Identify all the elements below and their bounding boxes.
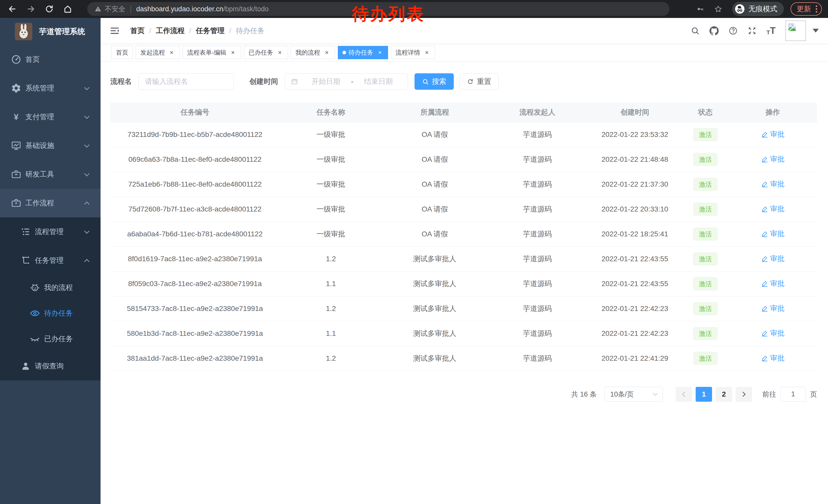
sidebar-item-10[interactable]: 已办任务 <box>0 326 100 352</box>
forward-icon[interactable] <box>25 3 36 15</box>
goto-label: 前往 <box>762 390 776 399</box>
tab-6[interactable]: 流程详情× <box>391 46 435 59</box>
goto-unit-label: 页 <box>810 390 817 399</box>
sidebar-item-0[interactable]: 首页 <box>0 45 100 74</box>
fullscreen-icon[interactable] <box>746 25 758 36</box>
process-name-label: 流程名 <box>110 77 132 86</box>
page-number-1[interactable]: 1 <box>696 387 712 402</box>
cell-process: OA 请假 <box>382 172 487 197</box>
sidebar-item-label: 首页 <box>26 55 40 64</box>
date-range-picker[interactable]: 开始日期 - 结束日期 <box>285 73 408 90</box>
table-row: 069c6a63-7b8a-11ec-8ef0-acde48001122一级审批… <box>110 147 817 172</box>
approve-button[interactable]: 审批 <box>761 304 785 313</box>
page-number-2[interactable]: 2 <box>716 387 732 402</box>
tab-0[interactable]: 首页 <box>111 46 133 59</box>
close-icon[interactable]: × <box>276 49 283 56</box>
goto-page-input[interactable] <box>780 387 806 402</box>
sidebar-item-9[interactable]: 待办任务 <box>0 301 100 326</box>
cell-starter: 芋道源码 <box>487 222 587 246</box>
approve-button[interactable]: 审批 <box>761 229 785 239</box>
approve-button[interactable]: 审批 <box>761 353 785 363</box>
sidebar-item-label: 工作流程 <box>26 198 54 208</box>
reset-button[interactable]: 重置 <box>459 73 499 90</box>
chevron-left-icon <box>682 392 687 397</box>
close-icon[interactable]: × <box>168 49 175 56</box>
sidebar-item-1[interactable]: 系统管理 <box>0 74 100 102</box>
status-badge: 激活 <box>693 153 717 166</box>
cell-id: 069c6a63-7b8a-11ec-8ef0-acde48001122 <box>110 147 280 172</box>
approve-button[interactable]: 审批 <box>761 130 785 139</box>
start-date-placeholder: 开始日期 <box>302 77 349 86</box>
reload-icon[interactable] <box>44 3 55 15</box>
help-icon[interactable] <box>728 25 739 36</box>
cell-id: 725a1eb6-7b88-11ec-8ef0-acde48001122 <box>110 172 280 197</box>
approve-label: 审批 <box>770 304 785 313</box>
breadcrumb-home[interactable]: 首页 <box>130 26 145 36</box>
pencil-icon <box>761 355 770 362</box>
cell-name: 一级审批 <box>280 197 382 222</box>
pencil-icon <box>761 205 770 213</box>
approve-button[interactable]: 审批 <box>761 154 785 164</box>
cell-created: 2022-01-22 23:53:32 <box>587 122 682 147</box>
cell-action: 审批 <box>729 321 817 346</box>
sidebar: 芋道管理系统 首页系统管理¥支付管理基础设施研发工具工作流程流程管理任务管理我的… <box>0 18 100 504</box>
url-path: /bpm/task/todo <box>223 5 268 13</box>
search-icon[interactable] <box>690 25 701 36</box>
tab-2[interactable]: 流程表单-编辑× <box>182 46 241 59</box>
approve-button[interactable]: 审批 <box>761 328 785 338</box>
sidebar-item-5[interactable]: 工作流程 <box>0 189 100 217</box>
breadcrumb-task-mgmt[interactable]: 任务管理 <box>196 26 225 36</box>
prev-page-button[interactable] <box>676 387 692 402</box>
yen-icon: ¥ <box>10 111 22 123</box>
sidebar-item-4[interactable]: 研发工具 <box>0 160 100 189</box>
sidebar-item-6[interactable]: 流程管理 <box>0 217 100 246</box>
cell-id: 381aa1dd-7ac8-11ec-a9e2-a2380e71991a <box>110 346 280 371</box>
approve-button[interactable]: 审批 <box>761 254 785 264</box>
monitor-chart-icon <box>10 140 22 151</box>
github-icon[interactable] <box>708 25 720 36</box>
sidebar-toggle-icon[interactable] <box>109 25 121 37</box>
tab-4[interactable]: 我的流程× <box>291 46 335 59</box>
tab-label: 流程表单-编辑 <box>187 48 226 57</box>
avatar-dropdown-caret-icon[interactable] <box>813 29 819 33</box>
close-icon[interactable]: × <box>229 49 237 56</box>
tab-5[interactable]: 待办任务× <box>338 46 388 59</box>
sidebar-item-3[interactable]: 基础设施 <box>0 131 100 160</box>
sidebar-logo-row[interactable]: 芋道管理系统 <box>0 18 100 45</box>
font-size-icon[interactable]: TT <box>765 25 777 36</box>
approve-button[interactable]: 审批 <box>761 179 785 189</box>
back-icon[interactable] <box>7 3 18 15</box>
password-key-icon[interactable] <box>695 4 705 14</box>
approve-button[interactable]: 审批 <box>761 204 785 214</box>
process-name-input[interactable] <box>138 73 234 90</box>
cell-created: 2022-01-21 22:42:23 <box>587 321 682 346</box>
tab-1[interactable]: 发起流程× <box>136 46 180 59</box>
tab-3[interactable]: 已办任务× <box>244 46 288 59</box>
sidebar-item-11[interactable]: 请假查询 <box>0 352 100 380</box>
close-icon[interactable]: × <box>376 49 383 56</box>
bookmark-star-icon[interactable] <box>713 4 723 14</box>
close-icon[interactable]: × <box>423 49 430 56</box>
page-content: 流程名 创建时间 开始日期 - 结束日期 搜索 <box>100 61 828 504</box>
sidebar-item-8[interactable]: 我的流程 <box>0 275 100 301</box>
chevron-up-icon <box>84 201 89 207</box>
sidebar-item-7[interactable]: 任务管理 <box>0 246 100 275</box>
page-size-select[interactable]: 10条/页 <box>604 387 663 402</box>
next-page-button[interactable] <box>736 387 752 402</box>
toolbox-icon <box>10 169 22 180</box>
browser-menu-icon[interactable] <box>816 5 817 12</box>
avatar[interactable] <box>785 20 806 41</box>
tab-label: 发起流程 <box>140 48 165 57</box>
cell-created: 2022-01-22 21:48:48 <box>587 147 682 172</box>
search-button[interactable]: 搜索 <box>415 73 454 90</box>
approve-button[interactable]: 审批 <box>761 279 785 288</box>
home-icon[interactable] <box>62 3 73 15</box>
browser-update-button[interactable]: 更新 <box>791 2 822 16</box>
sidebar-item-2[interactable]: ¥支付管理 <box>0 102 100 131</box>
breadcrumb-workflow[interactable]: 工作流程 <box>156 26 185 36</box>
cell-status: 激活 <box>682 321 729 346</box>
close-icon[interactable]: × <box>323 49 330 56</box>
pencil-icon <box>761 180 770 188</box>
cell-starter: 芋道源码 <box>487 246 587 271</box>
chevron-down-icon <box>84 85 89 90</box>
